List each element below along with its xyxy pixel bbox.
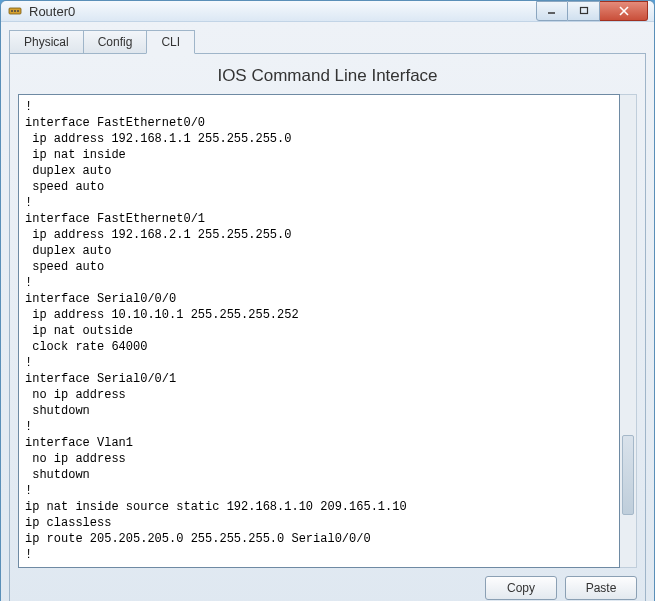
- maximize-button[interactable]: [568, 1, 600, 21]
- tab-config[interactable]: Config: [83, 30, 148, 53]
- tab-physical[interactable]: Physical: [9, 30, 84, 53]
- scrollbar[interactable]: [620, 94, 637, 568]
- window-controls: [536, 1, 648, 21]
- button-row: Copy Paste: [18, 576, 637, 600]
- terminal-container: ! interface FastEthernet0/0 ip address 1…: [18, 94, 637, 568]
- window-body: Physical Config CLI IOS Command Line Int…: [1, 22, 654, 601]
- tab-bar: Physical Config CLI: [9, 28, 646, 54]
- svg-rect-5: [580, 8, 587, 14]
- paste-button[interactable]: Paste: [565, 576, 637, 600]
- scrollbar-thumb[interactable]: [622, 435, 634, 515]
- close-button[interactable]: [600, 1, 648, 21]
- minimize-button[interactable]: [536, 1, 568, 21]
- panel-heading: IOS Command Line Interface: [18, 66, 637, 86]
- copy-button[interactable]: Copy: [485, 576, 557, 600]
- svg-point-3: [17, 10, 19, 12]
- app-window: Router0 Physical Config CLI IOS Command …: [0, 0, 655, 601]
- cli-output[interactable]: ! interface FastEthernet0/0 ip address 1…: [18, 94, 620, 568]
- titlebar[interactable]: Router0: [1, 1, 654, 22]
- tab-cli[interactable]: CLI: [146, 30, 195, 54]
- cli-panel: IOS Command Line Interface ! interface F…: [9, 54, 646, 601]
- svg-point-1: [11, 10, 13, 12]
- window-title: Router0: [29, 4, 536, 19]
- svg-point-2: [14, 10, 16, 12]
- app-icon: [7, 3, 23, 19]
